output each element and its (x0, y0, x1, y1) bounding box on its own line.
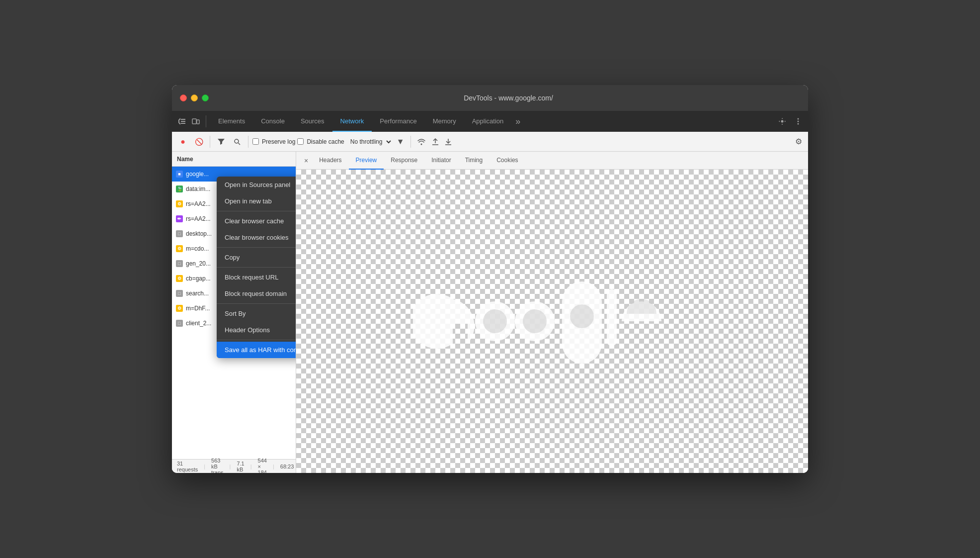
top-nav: Elements Console Sources Network Perform… (172, 111, 808, 132)
tab-network[interactable]: Network (332, 111, 372, 132)
svg-point-5 (781, 120, 784, 123)
toolbar-divider-2 (248, 136, 248, 148)
svg-rect-2 (181, 123, 185, 124)
nav-icon-group (176, 115, 206, 127)
devtools-window: DevTools - www.google.com/ (172, 85, 808, 473)
search-icon[interactable] (230, 135, 244, 149)
requests-header: Name (172, 152, 296, 167)
tab-performance[interactable]: Performance (372, 111, 424, 132)
svg-point-6 (798, 118, 799, 120)
tab-sources[interactable]: Sources (293, 111, 332, 132)
more-tabs-button[interactable]: » (511, 116, 524, 127)
menu-save-har[interactable]: Save all as HAR with content (217, 342, 296, 358)
status-requests: 31 requests (177, 461, 198, 472)
svg-point-19 (523, 309, 547, 333)
status-dimensions: 544 × 184 (258, 458, 267, 473)
svg-point-20 (570, 304, 594, 328)
menu-block-domain[interactable]: Block request domain (217, 285, 296, 302)
devtools: Elements Console Sources Network Perform… (172, 111, 808, 473)
close-button[interactable] (180, 94, 187, 101)
status-time: 68:23 (280, 464, 294, 469)
status-bar: 31 requests | 563 kB trans | 7.1 kB | 54… (172, 459, 296, 473)
minimize-button[interactable] (191, 94, 198, 101)
menu-clear-cookies[interactable]: Clear browser cookies (217, 229, 296, 246)
settings-icon[interactable] (776, 115, 788, 127)
tab-preview[interactable]: Preview (349, 152, 384, 170)
preview-area (296, 170, 808, 473)
menu-separator (217, 303, 296, 304)
requests-list: ■ google... 🍃 data:im... ⚙ rs=AA2... ✏ r… (172, 167, 296, 459)
nav-tabs: Elements Console Sources Network Perform… (210, 111, 776, 132)
throttle-dropdown-icon[interactable]: ▼ (395, 135, 407, 148)
transparency-checker (296, 170, 808, 473)
detail-tabs: × Headers Preview Response Initiator Tim… (296, 152, 808, 170)
maximize-button[interactable] (202, 94, 209, 101)
menu-header-options[interactable]: Header Options › (217, 322, 296, 338)
menu-separator (217, 211, 296, 211)
traffic-lights (180, 94, 209, 101)
menu-separator (217, 267, 296, 268)
svg-rect-3 (192, 119, 196, 124)
inspect-icon[interactable] (176, 115, 188, 127)
svg-rect-21 (607, 289, 617, 346)
preserve-log-label[interactable]: Preserve log (252, 138, 295, 145)
right-panel: × Headers Preview Response Initiator Tim… (296, 152, 808, 473)
menu-separator (217, 247, 296, 248)
disable-cache-label[interactable]: Disable cache (297, 138, 344, 145)
window-title: DevTools - www.google.com/ (217, 94, 800, 102)
google-logo-svg (413, 274, 691, 369)
svg-line-10 (239, 143, 241, 145)
nav-right-icons (776, 115, 804, 127)
tab-initiator[interactable]: Initiator (424, 152, 458, 170)
tab-console[interactable]: Console (253, 111, 293, 132)
toolbar-divider-1 (210, 136, 210, 148)
svg-rect-0 (181, 119, 185, 120)
status-transferred: 563 kB trans (211, 458, 223, 473)
menu-open-new-tab[interactable]: Open in new tab (217, 193, 296, 209)
tab-headers[interactable]: Headers (312, 152, 348, 170)
context-menu-overlay[interactable]: Open in Sources panel Open in new tab Cl… (172, 167, 296, 459)
context-menu: Open in Sources panel Open in new tab Cl… (217, 177, 296, 358)
tab-response[interactable]: Response (384, 152, 424, 170)
tab-timing[interactable]: Timing (458, 152, 490, 170)
download-icon[interactable] (443, 136, 454, 148)
tab-elements[interactable]: Elements (210, 111, 253, 132)
svg-point-8 (798, 123, 799, 125)
tab-application[interactable]: Application (464, 111, 512, 132)
filter-icon[interactable] (214, 135, 228, 149)
toolbar: ● 🚫 Preserve log Disable ca (172, 132, 808, 152)
svg-point-17 (483, 309, 507, 333)
menu-copy[interactable]: Copy › (217, 249, 296, 266)
more-options-icon[interactable] (792, 115, 804, 127)
menu-open-sources[interactable]: Open in Sources panel (217, 177, 296, 193)
wifi-icon[interactable] (415, 136, 428, 147)
svg-point-7 (798, 121, 799, 122)
toolbar-divider-3 (410, 136, 411, 148)
throttle-select[interactable]: No throttling (346, 137, 393, 147)
menu-block-url[interactable]: Block request URL (217, 269, 296, 285)
tab-cookies[interactable]: Cookies (490, 152, 525, 170)
google-logo-preview (408, 272, 696, 371)
stop-button[interactable]: 🚫 (192, 135, 206, 149)
tab-memory[interactable]: Memory (425, 111, 464, 132)
menu-separator (217, 340, 296, 340)
main-content: Name ■ google... 🍃 data:im... ⚙ rs=AA2..… (172, 152, 808, 473)
device-icon[interactable] (190, 115, 202, 127)
menu-sort-by[interactable]: Sort By › (217, 305, 296, 322)
menu-clear-cache[interactable]: Clear browser cache (217, 213, 296, 229)
status-size: 7.1 kB (237, 461, 244, 472)
network-settings-icon[interactable]: ⚙ (793, 135, 804, 148)
svg-rect-4 (197, 120, 199, 124)
preserve-log-checkbox[interactable] (252, 138, 259, 145)
left-panel: Name ■ google... 🍃 data:im... ⚙ rs=AA2..… (172, 152, 296, 473)
record-button[interactable]: ● (176, 135, 190, 149)
disable-cache-checkbox[interactable] (297, 138, 304, 145)
upload-icon[interactable] (430, 136, 441, 148)
tab-close-button[interactable]: × (300, 155, 312, 167)
title-bar: DevTools - www.google.com/ (172, 85, 808, 111)
svg-point-11 (420, 143, 422, 145)
svg-rect-1 (181, 121, 185, 122)
svg-point-9 (235, 139, 239, 143)
